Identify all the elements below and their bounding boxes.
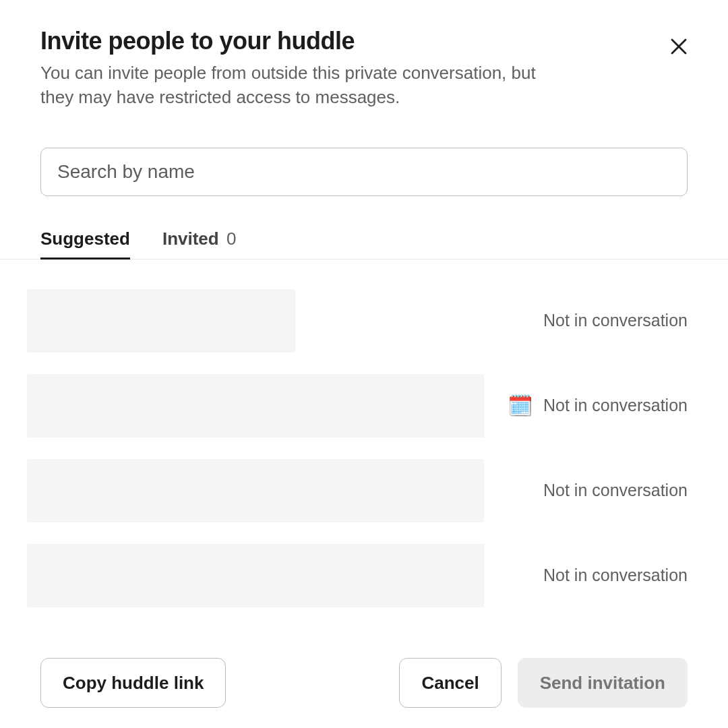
tab-suggested[interactable]: Suggested [40, 223, 130, 259]
suggestion-status-area: Not in conversation [543, 481, 688, 500]
tab-invited-label: Invited [162, 229, 219, 249]
close-icon [669, 36, 689, 57]
modal-footer: Copy huddle link Cancel Send invitation [40, 638, 688, 708]
suggestion-placeholder [27, 289, 295, 353]
suggestion-list: Not in conversation🗓️Not in conversation… [27, 289, 688, 607]
modal-title: Invite people to your huddle [40, 27, 663, 55]
conversation-status: Not in conversation [543, 481, 688, 500]
suggestion-placeholder [27, 459, 484, 522]
search-container [40, 148, 688, 196]
invite-to-huddle-modal: Invite people to your huddle You can inv… [0, 0, 728, 728]
suggestion-row[interactable]: 🗓️Not in conversation [27, 374, 688, 437]
tab-invited-count: 0 [226, 229, 236, 249]
suggestion-status-area: Not in conversation [543, 311, 688, 330]
tab-invited[interactable]: Invited 0 [162, 223, 237, 259]
suggestion-placeholder [27, 544, 484, 607]
header-text: Invite people to your huddle You can inv… [40, 27, 663, 110]
suggestion-placeholder [27, 374, 484, 437]
close-button[interactable] [663, 31, 694, 62]
conversation-status: Not in conversation [543, 396, 688, 415]
modal-header: Invite people to your huddle You can inv… [40, 27, 688, 110]
suggestion-status-area: 🗓️Not in conversation [508, 396, 688, 416]
cancel-button[interactable]: Cancel [399, 658, 501, 708]
tabs: Suggested Invited 0 [0, 223, 728, 260]
conversation-status: Not in conversation [543, 311, 688, 330]
search-input[interactable] [40, 148, 688, 196]
conversation-status: Not in conversation [543, 566, 688, 585]
send-invitation-button[interactable]: Send invitation [518, 658, 688, 708]
suggestion-status-area: Not in conversation [543, 566, 688, 585]
copy-huddle-link-button[interactable]: Copy huddle link [40, 658, 226, 708]
suggestion-row[interactable]: Not in conversation [27, 289, 688, 353]
suggestion-row[interactable]: Not in conversation [27, 459, 688, 522]
tab-suggested-label: Suggested [40, 229, 130, 249]
calendar-status-icon: 🗓️ [508, 396, 533, 416]
suggestion-row[interactable]: Not in conversation [27, 544, 688, 607]
modal-subtitle: You can invite people from outside this … [40, 61, 566, 110]
